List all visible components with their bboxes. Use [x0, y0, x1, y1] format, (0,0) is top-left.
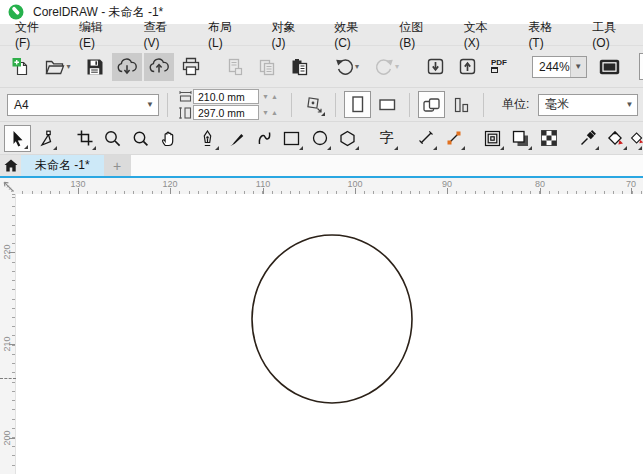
curve-tool[interactable]	[250, 125, 277, 152]
tab-bar-filler	[131, 155, 643, 176]
import-button[interactable]	[420, 53, 450, 81]
page-dimensions-fields: 210.0 mm ▼▲ 297.0 mm ▼▲	[178, 89, 281, 120]
property-bar: A4 ▼ 210.0 mm ▼▲ 297.0 mm ▼▲	[0, 88, 643, 122]
page-area	[16, 194, 643, 474]
page-size-caret-icon[interactable]: ▼	[142, 95, 158, 115]
new-document-button[interactable]	[6, 53, 36, 81]
units-combobox[interactable]: 毫米 ▼	[538, 94, 638, 116]
current-page-settings-button[interactable]	[448, 91, 475, 118]
all-pages-settings-button[interactable]	[418, 91, 445, 118]
open-dropdown-caret[interactable]: ▾	[66, 62, 70, 71]
tab-label: 未命名 -1*	[35, 157, 90, 174]
drawing-canvas[interactable]	[16, 194, 643, 474]
tab-untitled-1[interactable]: 未命名 -1*	[21, 155, 104, 176]
export-button[interactable]	[452, 53, 482, 81]
menu-file[interactable]: 文件(F)	[0, 24, 64, 45]
ellipse-tool[interactable]	[306, 125, 333, 152]
menu-view[interactable]: 查看(V)	[128, 24, 193, 45]
full-screen-preview-button[interactable]	[595, 53, 625, 81]
smart-fill-tool[interactable]	[630, 125, 643, 152]
publish-pdf-button[interactable]: PDF	[484, 53, 514, 81]
paste-button[interactable]	[284, 53, 314, 81]
menu-bitmaps[interactable]: 位图(B)	[384, 24, 449, 45]
contour-tool[interactable]	[479, 125, 506, 152]
menu-object[interactable]: 对象(J)	[256, 24, 319, 45]
save-button[interactable]	[80, 53, 110, 81]
page-size-combobox[interactable]: A4 ▼	[7, 94, 159, 116]
page-width-spinner[interactable]: ▼▲	[259, 93, 281, 100]
transparency-checker-icon	[541, 130, 557, 146]
pick-arrow-icon	[10, 130, 25, 147]
units-caret-icon[interactable]: ▼	[621, 95, 637, 115]
toolbox: 字	[0, 122, 643, 155]
cloud-upload-button[interactable]	[144, 53, 174, 81]
menu-tools[interactable]: 工具(O)	[577, 24, 643, 45]
shape-tool[interactable]	[32, 125, 59, 152]
undo-dropdown-caret[interactable]: ▾	[355, 62, 359, 71]
page-height-spinner[interactable]: ▼▲	[259, 109, 281, 116]
zoom-level-caret-icon[interactable]: ▼	[570, 57, 586, 77]
zoom-level-combobox[interactable]: 244% ▼	[532, 56, 587, 78]
menu-effects[interactable]: 效果(C)	[319, 24, 384, 45]
property-separator	[335, 93, 336, 117]
horizontal-ruler[interactable]: 130 120 110 100 90 80 70	[0, 178, 643, 194]
units-label: 单位:	[502, 96, 529, 113]
crop-tool[interactable]	[71, 125, 98, 152]
v-ruler-major-tick	[9, 344, 15, 345]
drop-shadow-icon	[512, 130, 529, 147]
v-ruler-major-tick	[9, 252, 15, 253]
landscape-orientation-button[interactable]	[374, 91, 401, 118]
artistic-media-tool[interactable]	[222, 125, 249, 152]
color-eyedropper-tool[interactable]	[574, 125, 601, 152]
cloud-download-button[interactable]	[112, 53, 142, 81]
open-document-button[interactable]: ▾	[38, 53, 78, 81]
brush-icon	[227, 130, 244, 147]
home-icon	[4, 159, 18, 172]
menu-edit[interactable]: 编辑(E)	[64, 24, 129, 45]
undo-icon	[335, 58, 354, 76]
new-document-icon	[11, 57, 31, 77]
menu-bar: 文件(F) 编辑(E) 查看(V) 布局(L) 对象(J) 效果(C) 位图(B…	[0, 24, 643, 46]
drop-shadow-tool[interactable]	[507, 125, 534, 152]
pen-tool[interactable]	[194, 125, 221, 152]
coreldraw-window: CorelDRAW - 未命名 -1* 文件(F) 编辑(E) 查看(V) 布局…	[0, 0, 643, 474]
menu-text[interactable]: 文本(X)	[449, 24, 514, 45]
autofit-page-button[interactable]	[300, 91, 327, 118]
pick-tool[interactable]	[4, 125, 31, 152]
zoom-tool[interactable]	[99, 125, 126, 152]
print-button[interactable]	[176, 53, 206, 81]
property-separator	[167, 93, 168, 117]
open-folder-icon	[45, 58, 65, 76]
copy-icon-disabled	[258, 58, 276, 76]
menu-table[interactable]: 表格(T)	[513, 24, 577, 45]
full-screen-preview-icon	[599, 59, 620, 75]
home-button[interactable]	[0, 155, 21, 176]
shape-node-icon	[38, 130, 53, 147]
page-height-field[interactable]: 297.0 mm	[193, 105, 259, 120]
polygon-tool[interactable]	[334, 125, 361, 152]
interactive-fill-tool[interactable]	[602, 125, 629, 152]
ellipse-icon	[312, 130, 328, 146]
new-tab-button[interactable]: +	[104, 155, 131, 176]
rectangle-tool[interactable]	[278, 125, 305, 152]
undo-button[interactable]: ▾	[328, 53, 366, 81]
text-tool[interactable]: 字	[373, 125, 400, 152]
vertical-ruler[interactable]: 220 210 200	[0, 194, 16, 474]
v-ruler-major-tick	[9, 438, 15, 439]
transparency-tool[interactable]	[535, 125, 562, 152]
drawn-shape[interactable]	[252, 235, 412, 403]
pan-tool[interactable]	[155, 125, 182, 152]
ruler-toggle-button[interactable]	[639, 53, 643, 80]
pdf-icon: PDF	[491, 59, 507, 74]
menu-layout[interactable]: 布局(L)	[193, 24, 256, 45]
page-width-field[interactable]: 210.0 mm	[193, 89, 259, 104]
ruler-origin-icon	[2, 180, 15, 193]
ruler-origin-corner[interactable]	[0, 178, 16, 194]
magnifier-icon	[132, 130, 149, 147]
portrait-orientation-button[interactable]	[344, 91, 371, 118]
cloud-upload-icon	[148, 57, 170, 76]
straight-line-tool[interactable]	[412, 125, 439, 152]
portrait-icon	[349, 95, 366, 114]
connector-tool[interactable]	[440, 125, 467, 152]
zoom-alt-tool[interactable]	[127, 125, 154, 152]
